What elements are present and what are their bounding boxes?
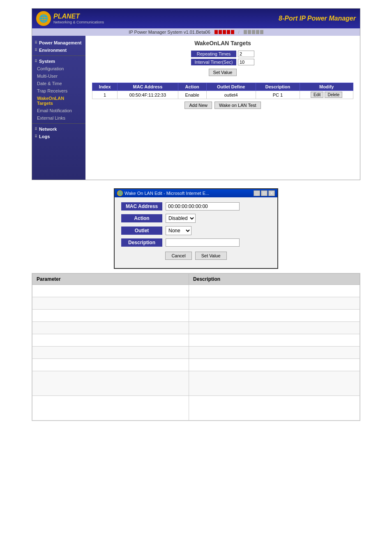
dialog-outlet-label: Outlet [121,227,162,235]
logo-sub: Networking & Communications [53,20,104,24]
table-header: Index MAC Address Action Outlet Define D… [92,83,353,91]
dialog-set-value-button[interactable]: Set Value [195,252,227,260]
dialog-description-input[interactable] [166,238,240,247]
ref-row [32,347,360,359]
add-new-button[interactable]: Add New [184,102,212,109]
ref-desc-3 [189,310,360,322]
sidebar-section-logs[interactable]: ⠿ Logs [32,133,85,140]
ref-desc-4 [189,322,360,334]
sidebar-power-label: Power Management [39,40,81,45]
status-dot-10 [260,30,263,34]
dialog-footer: Cancel Set Value [121,250,271,263]
sidebar-item-email-notification[interactable]: Email Notification [32,107,85,114]
sidebar: ⠿ Power Management ⠿ Environment ⠿ Syste… [32,36,85,180]
main-content: WakeOnLAN Targets Repeating Times Interv… [85,36,360,180]
main-panel: 🌐 PLANET Networking & Communications 8-P… [32,8,360,180]
ref-row [32,334,360,347]
sidebar-section-network[interactable]: ⠿ Network [32,125,85,133]
dialog-outlet-select[interactable]: None outlet1 outlet2 outlet3 outlet4 [166,226,191,235]
delete-button[interactable]: Delete [325,92,342,98]
status-bar: IP Power Manager System v1.01.Beta06 / [32,28,360,36]
logo-planet: PLANET [53,13,104,20]
dialog-cancel-button[interactable]: Cancel [165,252,191,260]
ref-row [32,285,360,297]
set-value-row: Set Value [92,67,353,79]
ref-param-3 [32,310,189,322]
ref-col-param: Parameter [32,274,189,285]
dialog-title: Wake On LAN Edit - Microsoft Internet E.… [125,191,209,196]
sidebar-logs-label: Logs [39,134,50,139]
status-indicator-left [214,30,234,34]
sidebar-section-power-management[interactable]: ⠿ Power Management [32,39,85,46]
dialog-mac-input[interactable] [166,202,240,210]
ref-desc-5 [189,334,360,347]
dialog-action-select[interactable]: Disabled Enabled [166,214,196,223]
status-dot-5 [231,30,234,34]
cell-description: PC 1 [256,91,300,99]
planet-logo-icon: 🌐 [36,11,51,26]
repeating-times-input[interactable] [238,51,254,57]
restore-button[interactable]: □ [261,190,267,196]
status-dot-9 [256,30,259,34]
cell-action: Enable [178,91,206,99]
set-value-button[interactable]: Set Value [209,69,237,76]
ref-header-row: Parameter Description [32,274,360,285]
sidebar-item-date-time[interactable]: Date & Time [32,80,85,87]
status-dot-1 [214,30,218,34]
sidebar-divider-1 [32,56,85,56]
sidebar-item-external-links[interactable]: External Links [32,114,85,122]
sidebar-item-trap-receivers[interactable]: Trap Receivers [32,87,85,95]
interval-timer-input[interactable] [238,59,254,65]
edit-button[interactable]: Edit [311,92,323,98]
content-area: ⠿ Power Management ⠿ Environment ⠿ Syste… [32,36,360,180]
sidebar-divider-2 [32,123,85,124]
wakeonlan-table: Index MAC Address Action Outlet Define D… [92,83,353,99]
ref-param-1 [32,285,189,297]
cell-index: 1 [92,91,118,99]
repeating-times-label: Repeating Times [191,51,236,57]
table-body: 1 00:50:4F:11:22:33 Enable outlet4 PC 1 … [92,91,353,99]
repeating-times-row: Repeating Times [92,51,353,57]
minimize-button[interactable]: _ [254,190,260,196]
status-dot-4 [227,30,230,34]
status-dot-8 [252,30,255,34]
sidebar-system-label: System [39,59,55,64]
sidebar-multiuser-label: Multi-User [37,74,58,79]
ref-table-container: Parameter Description [32,273,360,421]
header-bar: 🌐 PLANET Networking & Communications 8-P… [32,9,360,28]
ref-row [32,297,360,310]
ref-desc-7 [189,359,360,371]
wake-on-lan-test-button[interactable]: Wake on LAN Test [214,102,261,109]
sidebar-item-configuration[interactable]: Configuration [32,65,85,72]
sidebar-env-label: Environment [39,48,67,53]
cell-mac-address: 00:50:4F:11:22:33 [118,91,178,99]
status-divider: / [238,30,240,35]
table-row: 1 00:50:4F:11:22:33 Enable outlet4 PC 1 … [92,91,353,99]
dialog-description-label: Description [121,238,162,247]
dots-icon-3: ⠿ [35,59,37,63]
status-dot-7 [248,30,251,34]
sidebar-network-label: Network [39,127,57,132]
sidebar-item-wakeonlan-targets[interactable]: WakeOnLAN Targets [32,95,85,107]
col-outlet-define: Outlet Define [206,83,256,91]
dots-icon-2: ⠿ [35,48,37,52]
sidebar-email-label: Email Notification [37,108,72,113]
sidebar-section-system[interactable]: ⠿ System [32,58,85,65]
col-description: Description [256,83,300,91]
logo-area: 🌐 PLANET Networking & Communications [36,11,104,26]
ref-row [32,359,360,371]
ref-desc-1 [189,285,360,297]
sidebar-item-multi-user[interactable]: Multi-User [32,72,85,80]
sidebar-external-label: External Links [37,116,65,120]
sidebar-configuration-label: Configuration [37,66,64,71]
close-button[interactable]: X [268,190,275,196]
sidebar-section-environment[interactable]: ⠿ Environment [32,46,85,54]
sidebar-trap-label: Trap Receivers [37,88,67,93]
ref-row [32,371,360,396]
ref-table-header: Parameter Description [32,274,360,285]
status-dot-3 [223,30,226,34]
dialog-outlet-row: Outlet None outlet1 outlet2 outlet3 outl… [121,226,271,235]
dialog-titlebar: 🌐 Wake On LAN Edit - Microsoft Internet … [115,189,277,197]
ref-table-body [32,285,360,421]
ref-param-9 [32,396,189,421]
